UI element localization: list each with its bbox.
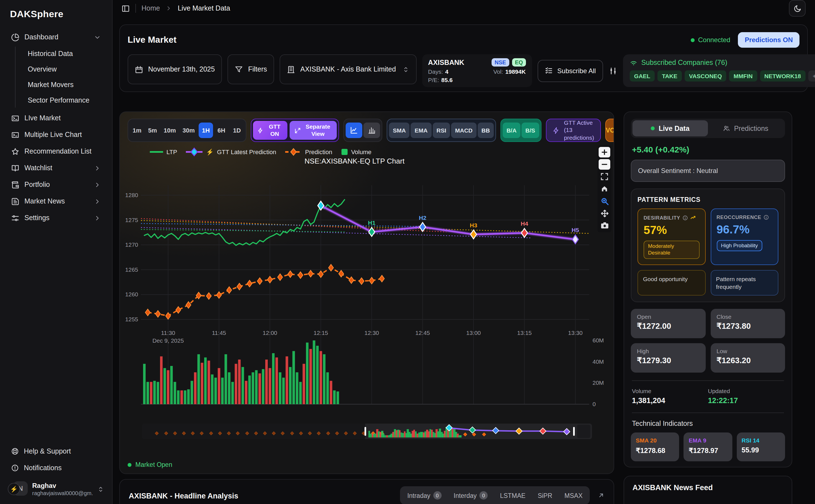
navigator-handle-right[interactable] (573, 427, 575, 436)
indicator-rsi[interactable]: RSI (433, 123, 450, 138)
pattern-metrics-title: PATTERN METRICS (638, 196, 778, 203)
chevron-right-icon (166, 5, 172, 12)
info-icon[interactable] (763, 215, 769, 220)
gtt-active-button[interactable]: GTT Active (13 predictions) (546, 119, 601, 142)
bid-ask-button[interactable]: B/A (503, 123, 521, 138)
tech-card-ema-9: EMA 9₹1278.97 (684, 433, 732, 462)
company-tag-mmfin[interactable]: MMFIN (729, 70, 757, 82)
zoom-in-icon[interactable] (599, 147, 610, 157)
user-menu[interactable]: N ⚡ Raghav raghavjaiswal0000@gm... (7, 476, 105, 497)
live-data-panel: Live Data Predictions +5.40 (+0.42%) Ove… (624, 111, 792, 467)
ohlc-grid: Open₹1272.00Close₹1273.80High₹1279.30Low… (631, 309, 785, 373)
sidebar-item-market-news[interactable]: Market News (7, 193, 105, 210)
company-tag-gael[interactable]: GAEL (630, 70, 655, 82)
navigator-handle-left[interactable] (364, 427, 366, 436)
legend-prediction[interactable]: Prediction (285, 148, 332, 156)
company-tag-network18[interactable]: NETWORK18 (760, 70, 805, 82)
sidebar-item-live-market[interactable]: LIve Market (7, 110, 105, 126)
camera-icon[interactable] (599, 220, 610, 231)
sidebar: DAKSphere DashboardHistorical DataOvervi… (0, 0, 113, 504)
sidebar-subitem-historical-data[interactable]: Historical Data (24, 47, 105, 61)
sidebar-item-notifications[interactable]: Notifications (7, 460, 105, 476)
indicator-group: SMAEMARSIMACDBB (387, 119, 496, 142)
chart-navigator[interactable] (142, 424, 592, 439)
company-tag-take[interactable]: TAKE (658, 70, 682, 82)
stock-selector[interactable]: AXISBANK - Axis Bank Limited (280, 54, 417, 84)
indicator-macd[interactable]: MACD (451, 123, 477, 138)
volume-stat-value: 1,381,204 (632, 397, 708, 405)
line-chart-button[interactable] (345, 123, 362, 138)
navigator-dim-right (577, 425, 590, 438)
volume-toggle-button[interactable]: VOL (605, 119, 614, 142)
analysis-tab-interday[interactable]: Interday0 (448, 488, 493, 503)
gtt-on-button[interactable]: GTT ON (253, 121, 287, 140)
timeframe-6h[interactable]: 6H (214, 123, 228, 138)
theme-toggle-button[interactable] (789, 0, 806, 17)
info-icon[interactable] (682, 215, 688, 220)
stat-card-high: High₹1279.30 (631, 343, 705, 373)
indicator-sma[interactable]: SMA (389, 123, 410, 138)
stat-card-close: Close₹1273.80 (710, 309, 785, 338)
sidebar-item-multiple-live-chart[interactable]: Multiple Live Chart (7, 126, 105, 143)
sidebar-item-help-support[interactable]: Help & Support (7, 443, 105, 460)
svg-text:H4: H4 (521, 220, 528, 227)
legend-gtt-prediction[interactable]: ⚡ GTT Latest Prediction (186, 147, 276, 156)
box-zoom-icon[interactable] (599, 196, 610, 206)
app-window: DAKSphere DashboardHistorical DataOvervi… (0, 0, 815, 504)
chevron-right-icon (94, 181, 101, 188)
tech-name: SMA 20 (636, 437, 674, 444)
candle-chart-button[interactable] (363, 123, 380, 138)
external-link-icon[interactable] (598, 492, 605, 499)
date-picker[interactable]: November 13th, 2025 (128, 54, 222, 84)
timeframe-5m[interactable]: 5m (145, 123, 160, 138)
sidebar-item-portfolio[interactable]: Portfolio (7, 176, 105, 193)
analysis-tab-intraday[interactable]: Intraday0 (402, 488, 447, 503)
separate-view-button[interactable]: Separate View (289, 121, 337, 140)
sidebar-item-watchlist[interactable]: Watchlist (7, 160, 105, 176)
timeframe-30m[interactable]: 30m (180, 123, 197, 138)
timeframe-1m[interactable]: 1m (130, 123, 144, 138)
pan-icon[interactable] (599, 208, 610, 218)
sidebar-item-label: Notifications (24, 464, 62, 472)
price-volume-chart[interactable]: 12551260126512701275128011:3011:4512:001… (120, 173, 614, 409)
svg-text:H3: H3 (470, 222, 478, 228)
predictions-toggle-button[interactable]: Predictions ON (738, 32, 799, 48)
filters-button[interactable]: Filters (227, 54, 274, 84)
breadcrumb-home[interactable]: Home (141, 4, 160, 12)
analysis-tab-msax[interactable]: MSAX (559, 489, 588, 502)
timeframe-1h[interactable]: 1H (199, 123, 213, 138)
timeframe-10m[interactable]: 10m (161, 123, 179, 138)
analysis-tab-lstmae[interactable]: LSTMAE (494, 489, 531, 502)
legend-volume[interactable]: Volume (341, 149, 371, 155)
indicator-bb[interactable]: BB (478, 123, 494, 138)
sidebar-item-dashboard[interactable]: Dashboard (7, 29, 105, 45)
indicator-ema[interactable]: EMA (411, 123, 432, 138)
desirability-label: DESIRABILITY (644, 215, 680, 220)
sidebar-subitem-sector-performance[interactable]: Sector Performance (24, 93, 105, 108)
chevrons-up-down-icon (402, 66, 409, 73)
tab-live-data[interactable]: Live Data (633, 120, 708, 136)
checklist-icon (545, 67, 553, 75)
desirability-note: Good opportunity (638, 270, 705, 296)
sidebar-toggle-icon[interactable] (121, 4, 130, 12)
analysis-tab-label: LSTMAE (500, 492, 526, 499)
subscribed-tags: GAELTAKEVASCONEQMMFINNETWORK18+71 more (630, 70, 815, 82)
sliders-vertical-icon[interactable] (609, 66, 618, 75)
buy-sell-button[interactable]: B/S (522, 123, 539, 138)
timeframe-1d[interactable]: 1D (230, 123, 244, 138)
tab-predictions[interactable]: Predictions (708, 120, 783, 136)
reset-axes-icon[interactable] (599, 184, 610, 194)
company-tag-more[interactable]: +71 more (808, 70, 815, 82)
subscribe-all-button[interactable]: Subscribe All (537, 60, 603, 82)
sidebar-subitem-market-movers[interactable]: Market Movers (24, 78, 105, 92)
autoscale-icon[interactable] (599, 171, 610, 182)
analysis-tab-sipr[interactable]: SiPR (532, 489, 558, 502)
company-tag-vasconeq[interactable]: VASCONEQ (685, 70, 727, 82)
sidebar-subitem-overview[interactable]: Overview (24, 62, 105, 77)
zoom-out-icon[interactable] (599, 159, 610, 170)
stat-label: Close (717, 314, 779, 320)
legend-ltp[interactable]: LTP (150, 149, 177, 155)
sidebar-item-recommendation-list[interactable]: Recommendation List (7, 143, 105, 160)
sidebar-item-settings[interactable]: Settings (7, 210, 105, 226)
reoccurrence-value: 96.7% (717, 223, 772, 236)
